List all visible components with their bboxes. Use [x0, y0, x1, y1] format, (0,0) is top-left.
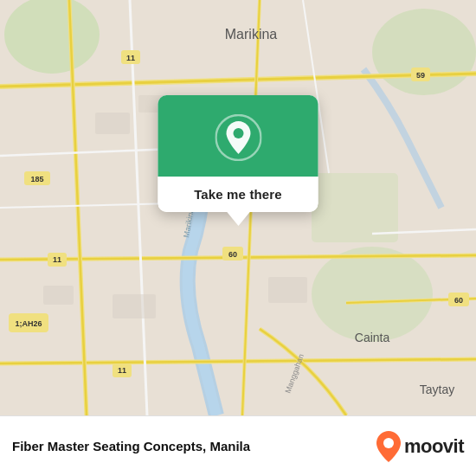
svg-text:185: 185	[30, 175, 43, 183]
svg-text:59: 59	[416, 71, 425, 80]
svg-text:1;AH26: 1;AH26	[15, 319, 42, 328]
svg-text:60: 60	[454, 296, 463, 305]
moovit-pin-icon	[376, 431, 401, 462]
svg-text:Marikina: Marikina	[225, 27, 278, 42]
svg-text:Cainta: Cainta	[355, 331, 390, 344]
place-name-label: Fiber Master Seating Concepts, Manila	[12, 439, 376, 453]
svg-rect-45	[268, 277, 307, 303]
popup-triangle-pointer	[226, 211, 250, 226]
svg-text:11: 11	[53, 255, 61, 264]
popup-header	[158, 95, 318, 177]
map-area: 1;AH26 11 11 11 185 59 60 60 Marikina Ca…	[0, 0, 476, 415]
svg-text:Taytay: Taytay	[420, 383, 454, 396]
svg-point-49	[233, 128, 243, 138]
take-me-there-button[interactable]: Take me there	[158, 177, 318, 212]
location-pin-icon	[215, 114, 261, 161]
svg-rect-4	[312, 173, 398, 242]
svg-rect-43	[95, 113, 130, 134]
svg-text:60: 60	[228, 250, 237, 259]
svg-point-2	[372, 9, 476, 95]
svg-point-3	[312, 247, 433, 342]
svg-rect-47	[113, 294, 156, 318]
svg-point-50	[383, 438, 394, 448]
moovit-brand-text: moovit	[404, 435, 464, 458]
svg-text:11: 11	[118, 366, 126, 375]
location-popup: Take me there	[158, 95, 318, 212]
svg-rect-46	[43, 286, 74, 305]
moovit-logo: moovit	[376, 431, 464, 462]
bottom-bar: Fiber Master Seating Concepts, Manila mo…	[0, 415, 476, 476]
svg-text:11: 11	[126, 54, 135, 62]
